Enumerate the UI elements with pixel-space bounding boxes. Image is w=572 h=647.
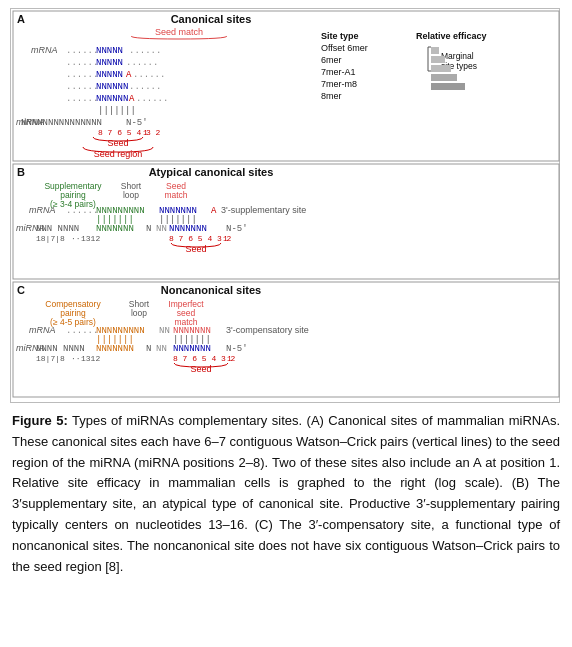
svg-text:NNNNN: NNNNN xyxy=(96,46,123,56)
svg-rect-21 xyxy=(431,83,465,90)
svg-text:A: A xyxy=(211,206,217,216)
svg-text:|||||||: ||||||| xyxy=(98,106,136,116)
svg-text:NN: NN xyxy=(159,326,170,336)
svg-text:A: A xyxy=(17,13,25,25)
svg-text:NN: NN xyxy=(156,344,167,354)
svg-text:match: match xyxy=(164,190,187,200)
svg-text:Seed region: Seed region xyxy=(94,149,143,159)
svg-text:A: A xyxy=(126,70,132,80)
svg-text:18|7|8: 18|7|8 xyxy=(36,234,65,243)
svg-text:Seed: Seed xyxy=(107,138,128,148)
svg-text:......: ...... xyxy=(129,46,161,56)
figure-container: A Canonical sites Seed match mRNA ......… xyxy=(0,0,572,587)
svg-text:......: ...... xyxy=(129,82,161,92)
svg-text:B: B xyxy=(17,166,25,178)
svg-text:1: 1 xyxy=(143,128,148,137)
svg-text:1: 1 xyxy=(223,234,228,243)
svg-text:miRNA: miRNA xyxy=(16,117,45,127)
svg-text:......: ...... xyxy=(66,206,98,216)
svg-rect-20 xyxy=(431,74,457,81)
svg-text:NNNNNNN: NNNNNNN xyxy=(169,224,207,234)
figure-caption: Figure 5: Types of miRNAs complementary … xyxy=(10,411,562,577)
svg-text:NNNNN: NNNNN xyxy=(96,70,123,80)
svg-text:mRNA: mRNA xyxy=(31,45,58,55)
svg-text:Atypical canonical sites: Atypical canonical sites xyxy=(149,166,274,178)
svg-text:mRNA: mRNA xyxy=(29,205,56,215)
svg-rect-17 xyxy=(431,47,439,54)
svg-text:3'-supplementary site: 3'-supplementary site xyxy=(221,205,306,215)
svg-rect-18 xyxy=(431,56,445,63)
diagram-image: A Canonical sites Seed match mRNA ......… xyxy=(10,8,560,403)
svg-text:A: A xyxy=(129,94,135,104)
svg-text:6mer: 6mer xyxy=(321,55,342,65)
svg-text:7mer-A1: 7mer-A1 xyxy=(321,67,356,77)
svg-text:Seed: Seed xyxy=(190,364,211,374)
svg-text:NNNNNN: NNNNNN xyxy=(96,94,128,104)
figure-title: Types of miRNAs complementary sites. xyxy=(72,413,302,428)
svg-text:8 7 6 5 4 3 2: 8 7 6 5 4 3 2 xyxy=(98,128,161,137)
svg-text:N: N xyxy=(146,344,151,354)
svg-text:Noncanonical sites: Noncanonical sites xyxy=(161,284,261,296)
svg-text:Offset 6mer: Offset 6mer xyxy=(321,43,368,53)
svg-text:NN: NN xyxy=(156,224,167,234)
svg-text:......: ...... xyxy=(66,94,98,104)
svg-text:Relative efficacy: Relative efficacy xyxy=(416,31,487,41)
svg-text:Site type: Site type xyxy=(321,31,359,41)
svg-text:miRNA: miRNA xyxy=(16,223,45,233)
svg-text:......: ...... xyxy=(126,58,158,68)
svg-text:1312: 1312 xyxy=(81,234,100,243)
svg-text:Seed match: Seed match xyxy=(155,27,203,37)
figure-caption-text: (A) Canonical sites of mammalian miRNAs.… xyxy=(12,413,560,574)
svg-text:......: ...... xyxy=(66,46,98,56)
svg-text:C: C xyxy=(17,284,25,296)
svg-text:NNNNNNN: NNNNNNN xyxy=(96,344,134,354)
svg-text:18|7|8: 18|7|8 xyxy=(36,354,65,363)
svg-text:N-5': N-5' xyxy=(126,118,148,128)
svg-text:loop: loop xyxy=(123,190,139,200)
svg-text:......: ...... xyxy=(66,70,98,80)
svg-text:3'-compensatory site: 3'-compensatory site xyxy=(226,325,309,335)
svg-text:......: ...... xyxy=(66,58,98,68)
svg-text:loop: loop xyxy=(131,308,147,318)
svg-text:NNNNN: NNNNN xyxy=(96,58,123,68)
svg-text:miRNA: miRNA xyxy=(16,343,45,353)
svg-text:......: ...... xyxy=(133,70,165,80)
svg-text:1: 1 xyxy=(227,354,232,363)
svg-text:Canonical sites: Canonical sites xyxy=(171,13,252,25)
svg-text:··: ·· xyxy=(71,354,81,363)
svg-text:N-5': N-5' xyxy=(226,344,248,354)
svg-text:Seed: Seed xyxy=(185,244,206,254)
svg-text:1312: 1312 xyxy=(81,354,100,363)
figure-label: Figure 5: xyxy=(12,413,68,428)
svg-text:NNNNNN: NNNNNN xyxy=(96,82,128,92)
svg-text:Marginal: Marginal xyxy=(441,51,474,61)
svg-text:NNNNNNN: NNNNNNN xyxy=(96,224,134,234)
svg-text:mRNA: mRNA xyxy=(29,325,56,335)
svg-text:......: ...... xyxy=(66,82,98,92)
svg-text:··: ·· xyxy=(71,234,81,243)
svg-text:NNNNNNN: NNNNNNN xyxy=(173,344,211,354)
svg-text:7mer-m8: 7mer-m8 xyxy=(321,79,357,89)
svg-text:......: ...... xyxy=(66,326,98,336)
svg-text:8mer: 8mer xyxy=(321,91,342,101)
svg-text:N: N xyxy=(146,224,151,234)
svg-text:......: ...... xyxy=(136,94,168,104)
svg-text:N-5': N-5' xyxy=(226,224,248,234)
svg-rect-19 xyxy=(431,65,451,72)
